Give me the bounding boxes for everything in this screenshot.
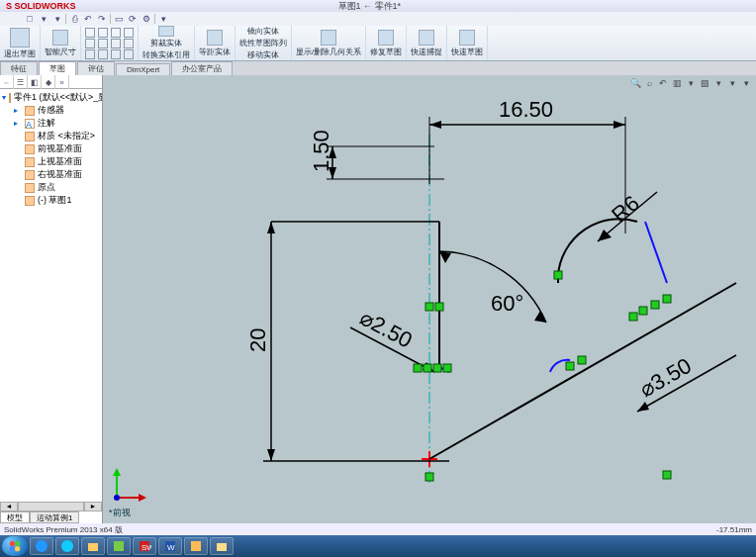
- task-notes-icon[interactable]: [184, 537, 208, 555]
- tree-item-sensors[interactable]: ▸传感器: [0, 104, 102, 117]
- qat-view-icon[interactable]: ▾: [157, 13, 169, 25]
- qat-options-icon[interactable]: ⚙: [141, 13, 152, 25]
- offset-label: 等距实体: [199, 46, 231, 57]
- qat-select-icon[interactable]: ▭: [113, 13, 125, 25]
- separator: [110, 14, 111, 24]
- rapid-sketch-button[interactable]: 快速草图: [447, 26, 488, 60]
- exit-sketch-icon: [10, 28, 30, 47]
- tree-tab-config-icon[interactable]: ◧: [28, 75, 42, 89]
- tree-item-right-plane[interactable]: 右视基准面: [0, 168, 102, 181]
- svg-rect-32: [435, 303, 443, 311]
- trim-label: 剪裁实体: [150, 38, 182, 48]
- tab-features[interactable]: 特征: [0, 61, 38, 75]
- task-explorer-icon[interactable]: [210, 537, 234, 555]
- tree-item-origin[interactable]: 原点: [0, 181, 102, 194]
- graphics-viewport[interactable]: 🔍 ⌕ ↶ ▥ ▾ ▧ ▾ ▾ ▾ 16.50: [103, 75, 756, 523]
- snap-button[interactable]: 快速捕捉: [407, 26, 447, 60]
- tree-item-material[interactable]: 材质 <未指定>: [0, 130, 102, 142]
- svg-rect-34: [424, 364, 431, 372]
- qat-rebuild-icon[interactable]: ⟳: [127, 13, 139, 25]
- sketch-drawing: 16.50 1.50 20 60°: [103, 75, 756, 525]
- windows-taskbar: SW W: [0, 535, 756, 557]
- snap-label: 快速捕捉: [411, 46, 442, 57]
- constraint-markers: [414, 271, 671, 481]
- qat-open-icon[interactable]: ▾: [38, 13, 49, 25]
- tab-dimxpert[interactable]: DimXpert: [116, 63, 170, 75]
- svg-line-23: [645, 222, 667, 283]
- main-area: ⎓ ☰ ◧ ◆ » ▾零件1 (默认<<默认>_显示状态 ▸传感器 ▸A注解 材…: [0, 75, 756, 523]
- coord-readout: -17.51mm: [716, 525, 752, 534]
- dim-dia-3-50: ⌀3.50: [635, 353, 696, 403]
- mirror-button[interactable]: 镜向实体 线性草图阵列 移动实体: [236, 26, 292, 60]
- task-folder-icon[interactable]: [81, 537, 105, 555]
- tree-hscroll[interactable]: ◄►: [0, 502, 102, 511]
- svg-marker-4: [429, 121, 441, 129]
- svg-point-53: [10, 546, 15, 551]
- tab-evaluate[interactable]: 评估: [77, 61, 115, 75]
- tree-tab-display-icon[interactable]: »: [55, 75, 69, 89]
- rapid-sketch-icon: [459, 30, 475, 46]
- qat-print-icon[interactable]: ⎙: [68, 13, 80, 25]
- dim-16-50: 16.50: [499, 97, 553, 122]
- smart-dimension-button[interactable]: 智能尺寸: [41, 26, 81, 60]
- task-ppt-icon[interactable]: [107, 537, 131, 555]
- svg-marker-16: [267, 222, 275, 233]
- tree-item-sketch1[interactable]: (-) 草图1: [0, 194, 102, 207]
- tab-model[interactable]: 模型: [0, 511, 30, 523]
- exit-sketch-label: 退出草图: [4, 48, 36, 59]
- trim-button[interactable]: 剪裁实体 转换实体引用: [139, 26, 195, 60]
- sketch-entities-group[interactable]: [81, 26, 139, 60]
- tree-item-annotations[interactable]: ▸A注解: [0, 117, 102, 130]
- qat-new-icon[interactable]: □: [24, 13, 36, 25]
- repair-icon: [378, 30, 394, 46]
- move-label: 移动实体: [247, 49, 279, 60]
- repair-button[interactable]: 修复草图: [366, 26, 407, 60]
- tree-tabs: ⎓ ☰ ◧ ◆ »: [0, 75, 102, 89]
- view-label: *前视: [109, 507, 131, 519]
- svg-rect-64: [217, 543, 227, 551]
- svg-rect-63: [191, 541, 201, 551]
- tree-root[interactable]: ▾零件1 (默认<<默认>_显示状态: [0, 91, 102, 104]
- ribbon: 退出草图 智能尺寸 剪裁实体 转换实体引用 等距实体 镜向实体 线性草图阵列 移…: [0, 26, 756, 61]
- dim-60-deg: 60°: [491, 291, 523, 316]
- tree-tab-dim-icon[interactable]: ◆: [42, 75, 55, 89]
- relations-label: 显示/删除几何关系: [296, 46, 361, 57]
- title-bar: S SOLIDWORKS 草图1 ← 零件1*: [0, 0, 756, 12]
- repair-label: 修复草图: [370, 46, 402, 57]
- qat-save-icon[interactable]: ▾: [51, 13, 63, 25]
- svg-point-52: [15, 541, 20, 546]
- task-qq-icon[interactable]: [55, 537, 79, 555]
- relations-button[interactable]: 显示/删除几何关系: [292, 26, 366, 60]
- tab-sketch[interactable]: 草图: [39, 61, 76, 75]
- start-button[interactable]: [2, 536, 28, 556]
- task-browser-icon[interactable]: [30, 537, 53, 555]
- tree-item-top-plane[interactable]: 上视基准面: [0, 155, 102, 168]
- app-logo: S SOLIDWORKS: [6, 1, 76, 11]
- qat-undo-icon[interactable]: ↶: [82, 13, 94, 25]
- svg-rect-33: [414, 364, 422, 372]
- tree-body: ▾零件1 (默认<<默认>_显示状态 ▸传感器 ▸A注解 材质 <未指定> 前视…: [0, 89, 102, 502]
- offset-icon: [207, 30, 223, 46]
- tab-motion[interactable]: 运动算例1: [30, 511, 79, 523]
- feature-tree-panel: ⎓ ☰ ◧ ◆ » ▾零件1 (默认<<默认>_显示状态 ▸传感器 ▸A注解 材…: [0, 75, 103, 523]
- qat-redo-icon[interactable]: ↷: [96, 13, 108, 25]
- svg-rect-45: [663, 471, 671, 479]
- exit-sketch-button[interactable]: 退出草图: [0, 26, 41, 60]
- offset-button[interactable]: 等距实体: [195, 26, 236, 60]
- rapid-sketch-label: 快速草图: [451, 46, 483, 57]
- document-title: 草图1 ← 零件1*: [338, 0, 402, 13]
- pattern-label: 线性草图阵列: [239, 38, 287, 48]
- task-solidworks-icon[interactable]: SW: [133, 537, 156, 555]
- task-word-icon[interactable]: W: [158, 537, 182, 555]
- relations-icon: [321, 30, 336, 46]
- tab-office[interactable]: 办公室产品: [171, 61, 233, 75]
- tree-item-front-plane[interactable]: 前视基准面: [0, 142, 102, 155]
- svg-text:SW: SW: [142, 543, 151, 552]
- svg-rect-58: [114, 541, 124, 551]
- svg-point-50: [114, 495, 120, 501]
- tree-tab-feature-icon[interactable]: ⎓: [0, 75, 14, 89]
- tree-tab-property-icon[interactable]: ☰: [14, 75, 28, 89]
- svg-point-54: [15, 546, 20, 551]
- svg-rect-36: [443, 364, 451, 372]
- svg-point-55: [36, 540, 47, 552]
